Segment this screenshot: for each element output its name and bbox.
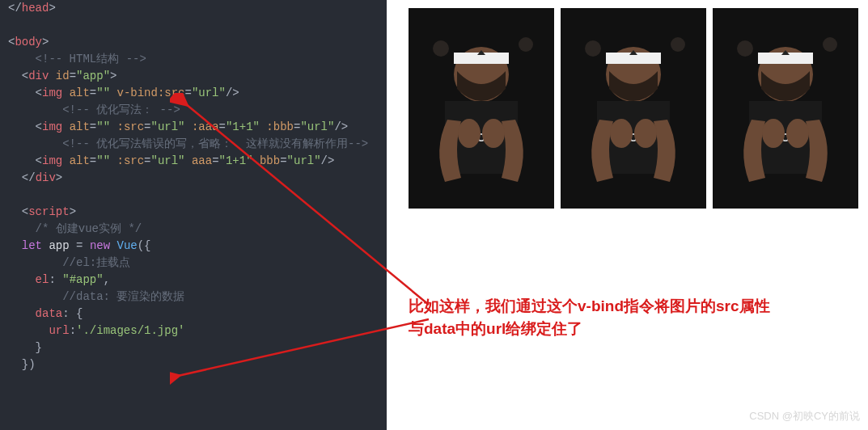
svg-point-17 — [634, 119, 657, 148]
code-editor-pane: </head> <body> <!-- HTML结构 --> <div id="… — [0, 0, 387, 430]
svg-point-26 — [786, 119, 809, 148]
svg-point-20 — [823, 37, 837, 52]
person-photo-icon: R O K — [713, 8, 858, 209]
svg-point-25 — [762, 119, 785, 148]
preview-image: R O K — [561, 8, 706, 209]
code-comment: <!-- 优化写法： --> — [36, 103, 180, 116]
svg-point-11 — [671, 37, 685, 52]
code-comment: //el:挂载点 — [36, 256, 131, 269]
code-comment: //data: 要渲染的数据 — [36, 290, 185, 303]
annotation-line: 与data中的url给绑定住了 — [409, 318, 857, 340]
code-comment: <!-- 优化写法错误的写，省略： 这样就没有解析作用--> — [36, 137, 369, 150]
svg-point-7 — [458, 119, 481, 148]
svg-point-19 — [737, 40, 753, 57]
svg-point-8 — [482, 119, 505, 148]
annotation-text: 比如这样，我们通过这个v-bind指令将图片的src属性 与data中的url给… — [409, 295, 857, 340]
person-photo-icon: R O K — [409, 8, 554, 209]
svg-point-1 — [433, 40, 449, 57]
code-comment: <!-- HTML结构 --> — [22, 53, 146, 65]
annotation-line: 比如这样，我们通过这个v-bind指令将图片的src属性 — [409, 295, 857, 318]
preview-image: R O K — [409, 8, 554, 209]
code-content: </head> <body> <!-- HTML结构 --> <div id="… — [8, 0, 379, 373]
watermark-text: CSDN @初映CY的前说 — [749, 409, 860, 424]
svg-point-2 — [519, 37, 533, 52]
person-photo-icon: R O K — [561, 8, 706, 209]
image-preview-row: R O K R O K — [409, 8, 858, 209]
code-comment: /* 创建vue实例 */ — [22, 222, 142, 235]
preview-image: R O K — [713, 8, 858, 209]
svg-point-10 — [585, 40, 601, 57]
svg-point-16 — [610, 119, 633, 148]
